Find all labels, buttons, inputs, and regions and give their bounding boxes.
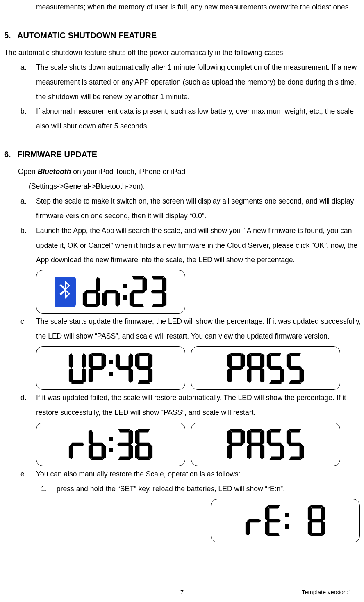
lcd-display-dn23 xyxy=(36,270,185,314)
lcd-display-up49 xyxy=(36,346,185,390)
section-6-open-sub: (Settings->General->Bluetooth->on). xyxy=(29,179,364,194)
intro-fragment: measurements; when the memory of user is… xyxy=(36,0,364,15)
lcd-display-pass-2 xyxy=(191,423,340,466)
page-footer: 7 Template version:1 xyxy=(0,586,364,599)
section-6-item-a: a.Step the scale to make it switch on, t… xyxy=(0,194,364,224)
lcd-display-pass-1 xyxy=(191,346,340,390)
template-version: Template version:1 xyxy=(302,586,352,599)
section-5-item-b: b.If abnormal measurement data is presen… xyxy=(0,104,364,134)
lcd-display-re8 xyxy=(211,499,360,542)
section-6-item-e: e.You can also manually restore the Scal… xyxy=(0,467,364,542)
section-6-item-c: c.The scale starts update the firmware, … xyxy=(0,314,364,390)
section-6-heading: 6.FIRMWARE UPDATE xyxy=(4,146,364,163)
section-5-item-a: a.The scale shuts down automatically aft… xyxy=(0,60,364,105)
page-number: 7 xyxy=(180,586,184,599)
section-5-lead: The automatic shutdown feature shuts off… xyxy=(4,46,364,60)
section-5-heading: 5.AUTOMATIC SHUTDOWN FEATURE xyxy=(4,27,364,44)
lcd-display-rb36 xyxy=(36,423,185,466)
bluetooth-icon xyxy=(55,277,76,307)
section-6-item-d: d.If it was updated failed, the scale wi… xyxy=(0,391,364,466)
section-6-open-line: Open Bluetooth on your iPod Touch, iPhon… xyxy=(18,165,364,179)
section-6-item-b: b.Launch the App, the App will search th… xyxy=(0,224,364,314)
section-6-item-e-1: 1.press and hold the “SET” key, reload t… xyxy=(36,482,364,497)
